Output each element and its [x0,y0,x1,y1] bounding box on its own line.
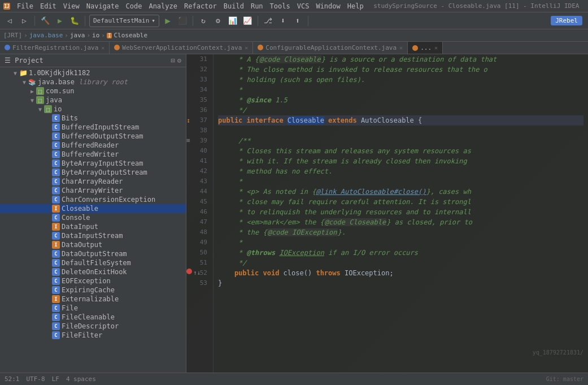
tree-filecleanable[interactable]: C FileCleanable [0,313,186,322]
tree-externalizable[interactable]: I Externalizable [0,295,186,304]
toolbar-push-btn[interactable]: ⬆ [291,15,304,27]
tree-bytearrayinputstream[interactable]: C ByteArrayInputStream [0,159,186,168]
menu-file[interactable]: File [14,1,37,11]
menu-tools[interactable]: Tools [267,1,294,11]
tree-dataoutput[interactable]: I DataOutput [0,240,186,249]
sidebar-settings-icon[interactable]: ⚙ [177,57,181,64]
toolbar: ◁ ▷ 🔨 ▶ 🐛 DefaultTestMain ▾ ▶ ⬛ ↻ ⚙ 📊 📈 … [0,12,588,29]
tree-bufferedoutputstream[interactable]: C BufferedOutputStream [0,132,186,141]
tree-datainput[interactable]: I DataInput [0,222,186,231]
menu-edit[interactable]: Edit [37,1,60,11]
tree-io[interactable]: ▼ ⬚ io [0,105,186,114]
tree-defaultfilesystem[interactable]: C DefaultFileSystem [0,258,186,267]
tree-filefilter[interactable]: C FileFilter [0,331,186,340]
tree-java[interactable]: ▼ ⬚ java [0,96,186,105]
toolbar-back-btn[interactable]: ◁ [3,15,16,27]
menu-view[interactable]: View [60,1,83,11]
toolbar-settings-btn[interactable]: ⚙ [212,15,224,27]
menu-window[interactable]: Window [312,1,343,11]
tree-dfs-label: DefaultFileSystem [62,259,131,267]
tree-arrow-java: ▼ [28,97,36,103]
tree-file[interactable]: C File [0,304,186,313]
status-bar: 52:1 UTF-8 LF 4 spaces Git: master [0,373,588,385]
toolbar-debug-btn[interactable]: 🐛 [68,15,81,27]
tab-closeable[interactable]: ... ✕ [408,42,443,54]
menu-build[interactable]: Build [220,1,247,11]
toolbar-reload-btn[interactable]: ↻ [197,15,210,27]
menu-code[interactable]: Code [123,1,146,11]
menu-refactor[interactable]: Refactor [181,1,220,11]
code-line-50: * @throws IOException if an I/O error oc… [218,248,583,258]
menu-navigate[interactable]: Navigate [83,1,123,11]
sidebar-collapse-btn[interactable]: ⊟ [171,57,175,64]
tree-jdk-root[interactable]: ▼ 📁 1.0DKjdkjdk1182 [0,68,186,77]
tree-bais-label: ByteArrayInputStream [62,159,143,167]
status-encoding: UTF-8 [27,375,45,383]
tree-bufferedinputstream[interactable]: C BufferedInputStream [0,123,186,132]
toolbar-git-btn[interactable]: ⎇ [262,15,275,27]
tab-close-webserver[interactable]: ✕ [245,45,248,51]
tree-filedescriptor[interactable]: C FileDescriptor [0,322,186,331]
stop-btn[interactable]: ⬛ [176,15,189,27]
tree-bits[interactable]: C Bits [0,114,186,123]
tree-chararrayreader[interactable]: C CharArrayReader [0,177,186,186]
tab-webserverapplicationcontext[interactable]: WebServerApplicationContext.java ✕ [110,42,253,54]
menu-run[interactable]: Run [247,1,267,11]
breadcrumb-javabase[interactable]: java.base [29,32,63,39]
tree-bufferedwriter[interactable]: C BufferedWriter [0,150,186,159]
tree-deleteonexit[interactable]: C DeleteOnExitHook [0,267,186,276]
menu-analyze[interactable]: Analyze [145,1,181,11]
run-btn[interactable]: ▶ [162,15,174,27]
menu-help[interactable]: Help [344,1,367,11]
run-config-dropdown[interactable]: DefaultTestMain ▾ [89,15,159,27]
tree-caw-label: CharArrayWriter [62,187,123,194]
tree-arrow: ▼ [11,70,19,76]
tab-icon-configurable [258,45,263,50]
breadcrumb-closeable[interactable]: I Closeable [107,32,147,39]
tab-close-closeable[interactable]: ✕ [434,45,438,51]
tree-bytearrayoutputstream[interactable]: C ByteArrayOutputStream [0,168,186,177]
code-line-36: */ [218,105,583,115]
tree-chararraywriter[interactable]: C CharArrayWriter [0,186,186,195]
tree-dataoutputstream[interactable]: C DataOutputStream [0,249,186,258]
tree-io-label: io [54,105,62,113]
tree-comsun[interactable]: ▶ ⬚ com.sun [0,86,186,96]
tree-closeable[interactable]: I Closeable [0,204,186,213]
tree-datainputstream[interactable]: C DataInputStream [0,231,186,240]
tree-eofexception[interactable]: C EOFException [0,276,186,285]
class-icon-dis: C [52,232,60,240]
svg-text:IJ: IJ [4,4,10,9]
toolbar-profile-btn[interactable]: 📈 [241,15,254,27]
class-icon-bis: C [52,123,60,131]
toolbar-run-btn[interactable]: ▶ [54,15,66,27]
jrebel-badge[interactable]: JRebel [551,16,582,25]
breadcrumb-jrt[interactable]: [JRT] [3,32,22,39]
tree-ext-label: Externalizable [62,295,119,303]
breadcrumb-io[interactable]: io [92,32,99,39]
pkg-icon-comsun: ⬚ [36,87,44,95]
toolbar-coverage-btn[interactable]: 📊 [227,15,239,27]
tree-javabase[interactable]: ▼ 📚 java.base library root [0,77,186,86]
tree-fc-label: FileCleanable [62,313,115,321]
tree-charconversionexception[interactable]: C CharConversionException [0,195,186,204]
toolbar-update-btn[interactable]: ⬇ [277,15,289,27]
tab-close-configurable[interactable]: ✕ [399,45,403,51]
line-45: 45 [186,197,211,207]
dropdown-arrow-icon: ▾ [151,17,155,24]
breadcrumb-java[interactable]: java [70,32,85,39]
tab-configurableapplicationcontext[interactable]: ConfigurableApplicationContext.java ✕ [253,42,408,54]
code-panel[interactable]: * A {@code Closeable} is a source or a d… [214,54,588,373]
menu-vcs[interactable]: VCS [294,1,313,11]
tree-bufferedreader[interactable]: C BufferedReader [0,141,186,150]
tree-expiringcache[interactable]: C ExpiringCache [0,285,186,295]
class-icon-caw: C [52,187,60,194]
tab-filterregistration[interactable]: FilterRegistration.java ✕ [0,42,110,54]
line-44: 44 [186,187,211,197]
tab-close-filterregistration[interactable]: ✕ [101,45,104,51]
tree-console[interactable]: C Console [0,213,186,222]
code-line-48: * the {@code IOException}. [218,227,583,237]
tree-comsun-label: com.sun [46,87,75,95]
editor-area[interactable]: 31 32 33 34 35 36 ↕37 38 ≡39 40 41 42 43… [186,54,588,373]
toolbar-build-btn[interactable]: 🔨 [39,15,51,27]
toolbar-forward-btn[interactable]: ▷ [18,15,31,27]
